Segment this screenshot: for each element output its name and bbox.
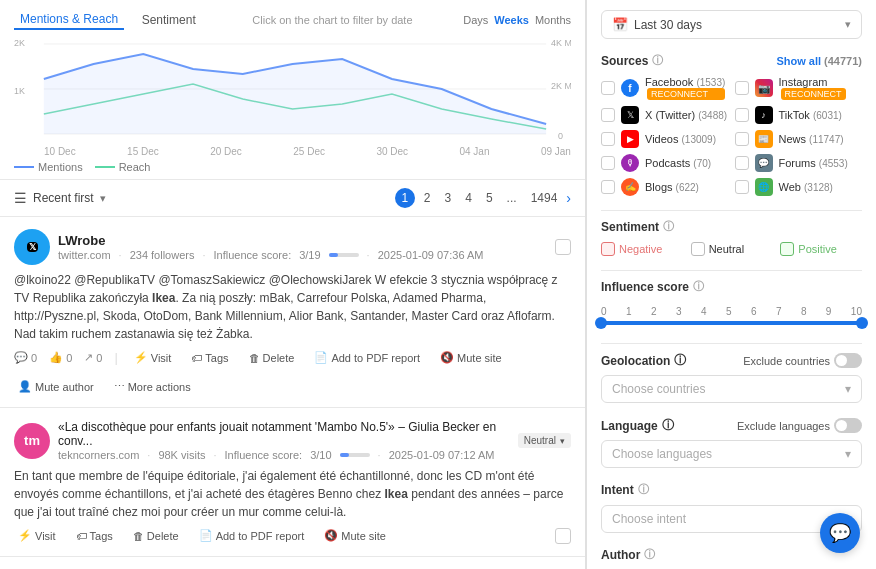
avatar: tm — [14, 423, 50, 459]
source-total-count: (44771) — [824, 55, 862, 67]
stat-shares: ↗ 0 — [84, 351, 102, 364]
sentiment-negative: Negative — [601, 242, 683, 256]
tab-mentions-reach[interactable]: Mentions & Reach — [14, 10, 124, 30]
countries-dropdown[interactable]: Choose countries ▾ — [601, 375, 862, 403]
source-name: X (Twitter) (3488) — [645, 109, 727, 121]
page-4[interactable]: 4 — [460, 190, 477, 206]
source-checkbox[interactable] — [601, 108, 615, 122]
exclude-countries-label: Exclude countries — [743, 355, 830, 367]
info-icon[interactable]: ⓘ — [663, 219, 674, 234]
chat-icon: 💬 — [829, 522, 851, 544]
source-checkbox[interactable] — [735, 108, 749, 122]
info-icon[interactable]: ⓘ — [662, 417, 674, 434]
action-delete[interactable]: 🗑 Delete — [129, 528, 183, 544]
sentiment-badge[interactable]: Neutral ▾ — [518, 433, 571, 448]
show-all-link[interactable]: Show all (44771) — [776, 55, 862, 67]
chart-svg-container[interactable]: 2K 1K 4K M 2K M 0 — [14, 34, 571, 144]
action-visit[interactable]: ⚡ Visit — [14, 527, 60, 544]
negative-checkbox[interactable] — [601, 242, 615, 256]
instagram-icon: 📷 — [755, 79, 773, 97]
next-page-arrow[interactable]: › — [566, 190, 571, 206]
sentiment-title: Sentiment ⓘ — [601, 219, 862, 234]
page-5[interactable]: 5 — [481, 190, 498, 206]
source-name: Videos (13009) — [645, 133, 716, 145]
positive-checkbox[interactable] — [780, 242, 794, 256]
feed-title: «La discothèque pour enfants jouait nota… — [58, 420, 510, 448]
source-checkbox[interactable] — [735, 156, 749, 170]
page-1[interactable]: 1 — [395, 188, 415, 208]
page-last[interactable]: 1494 — [526, 190, 563, 206]
source-facebook: f Facebook (1533) RECONNECT — [601, 76, 729, 100]
source-checkbox[interactable] — [601, 180, 615, 194]
reconnect-btn[interactable]: RECONNECT — [647, 88, 725, 100]
sort-arrow-icon[interactable]: ▾ — [100, 192, 106, 205]
feed-followers: 234 followers — [130, 249, 195, 261]
slider-track[interactable] — [601, 321, 862, 325]
source-web: 🌐 Web (3128) — [735, 178, 863, 196]
reconnect-btn[interactable]: RECONNECT — [781, 88, 846, 100]
info-icon[interactable]: ⓘ — [652, 53, 663, 68]
languages-dropdown[interactable]: Choose languages ▾ — [601, 440, 862, 468]
news-icon: 📰 — [755, 130, 773, 148]
action-tags[interactable]: 🏷 Tags — [72, 528, 117, 544]
action-pdf[interactable]: 📄 Add to PDF report — [195, 527, 309, 544]
tab-sentiment[interactable]: Sentiment — [136, 11, 202, 29]
action-mute-site[interactable]: 🔇 Mute site — [436, 349, 506, 366]
info-icon[interactable]: ⓘ — [674, 352, 686, 369]
page-2[interactable]: 2 — [419, 190, 436, 206]
action-delete[interactable]: 🗑 Delete — [245, 350, 299, 366]
influence-slider: 0 1 2 3 4 5 6 7 8 9 10 — [601, 302, 862, 329]
item-checkbox[interactable] — [555, 528, 571, 544]
action-visit[interactable]: ⚡ Visit — [130, 349, 176, 366]
page-3[interactable]: 3 — [440, 190, 457, 206]
sort-label[interactable]: Recent first — [33, 191, 94, 205]
exclude-languages-toggle[interactable] — [834, 418, 862, 433]
chevron-down-icon: ▾ — [845, 447, 851, 461]
slider-left-handle[interactable] — [595, 317, 607, 329]
tab-days[interactable]: Days — [463, 14, 488, 26]
right-panel: 📅 Last 30 days ▾ Sources ⓘ Show all (447… — [586, 0, 876, 569]
chat-button[interactable]: 💬 — [820, 513, 860, 553]
tab-months[interactable]: Months — [535, 14, 571, 26]
info-icon[interactable]: ⓘ — [638, 482, 649, 497]
tab-weeks[interactable]: Weeks — [494, 14, 529, 26]
source-videos: ▶ Videos (13009) — [601, 130, 729, 148]
toggle-thumb — [836, 420, 847, 431]
info-icon[interactable]: ⓘ — [693, 279, 704, 294]
pagination: 1 2 3 4 5 ... 1494 › — [395, 188, 571, 208]
exclude-countries-toggle[interactable] — [834, 353, 862, 368]
neutral-checkbox[interactable] — [691, 242, 705, 256]
action-more[interactable]: ⋯ More actions — [110, 378, 195, 395]
action-tags[interactable]: 🏷 Tags — [187, 350, 232, 366]
feed-site[interactable]: twitter.com — [58, 249, 111, 261]
source-name: TikTok (6031) — [779, 109, 842, 121]
influence-bar — [340, 453, 370, 457]
author-title: Author ⓘ — [601, 547, 862, 562]
chart-tabs: Mentions & Reach Sentiment Click on the … — [14, 10, 571, 30]
source-checkbox[interactable] — [601, 132, 615, 146]
neutral-label: Neutral — [709, 243, 744, 255]
influence-bar — [329, 253, 359, 257]
source-forums: 💬 Forums (4553) — [735, 154, 863, 172]
source-checkbox[interactable] — [735, 180, 749, 194]
feed-item-header: 𝕏 LWrobe twitter.com · 234 followers · I… — [14, 229, 571, 265]
source-checkbox[interactable] — [601, 156, 615, 170]
feed-text: En tant que membre de l'équipe éditorial… — [14, 467, 571, 521]
comment-icon: 💬 — [14, 351, 28, 364]
source-checkbox[interactable] — [735, 81, 749, 95]
time-tabs: Days Weeks Months — [463, 14, 571, 26]
feed-site[interactable]: tekncorners.com — [58, 449, 139, 461]
positive-label: Positive — [798, 243, 837, 255]
item-checkbox[interactable] — [555, 239, 571, 255]
source-checkbox[interactable] — [735, 132, 749, 146]
blog-icon: ✍ — [621, 178, 639, 196]
feed-sub: twitter.com · 234 followers · Influence … — [58, 249, 547, 261]
action-pdf[interactable]: 📄 Add to PDF report — [310, 349, 424, 366]
info-icon[interactable]: ⓘ — [644, 547, 655, 562]
feed-item: tm «La discothèque pour enfants jouait n… — [0, 408, 585, 557]
action-mute-site[interactable]: 🔇 Mute site — [320, 527, 390, 544]
date-range-picker[interactable]: 📅 Last 30 days ▾ — [601, 10, 862, 39]
action-mute-author[interactable]: 👤 Mute author — [14, 378, 98, 395]
slider-right-handle[interactable] — [856, 317, 868, 329]
source-checkbox[interactable] — [601, 81, 615, 95]
